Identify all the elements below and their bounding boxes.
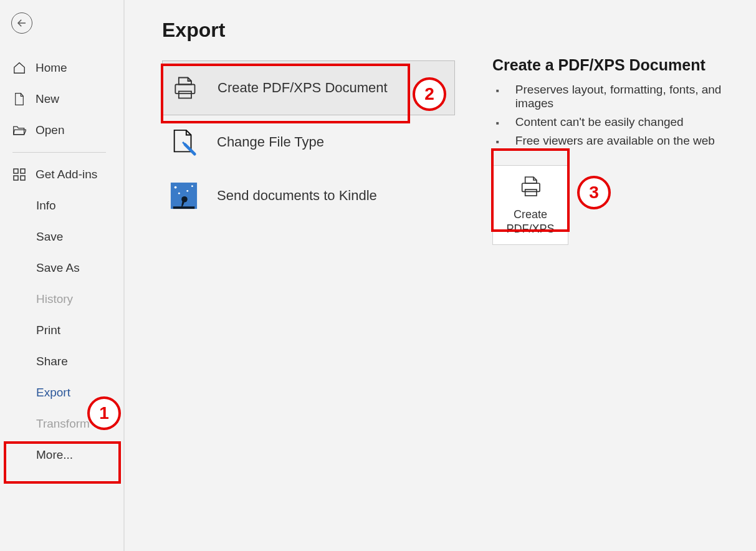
sidebar-item-export[interactable]: Export: [0, 377, 123, 408]
sidebar-label: Home: [36, 61, 67, 75]
addins-icon: [12, 168, 26, 181]
detail-bullet: Free viewers are available on the web: [492, 134, 756, 148]
sidebar-item-open[interactable]: Open: [0, 115, 123, 146]
sidebar-label: Open: [36, 123, 64, 137]
svg-point-8: [175, 186, 177, 189]
sidebar-item-save[interactable]: Save: [0, 221, 123, 252]
bullet-text: Preserves layout, formatting, fonts, and…: [515, 83, 756, 110]
bullet-text: Content can't be easily changed: [515, 115, 684, 129]
detail-bullet: Preserves layout, formatting, fonts, and…: [492, 83, 756, 110]
export-options-column: Export Create PDF/XPS Document: [162, 19, 474, 551]
sidebar-label: Share: [36, 355, 68, 368]
svg-rect-3: [14, 176, 18, 180]
svg-rect-6: [179, 92, 191, 98]
svg-rect-4: [21, 176, 25, 180]
sidebar-item-print[interactable]: Print: [0, 315, 123, 346]
sidebar-item-home[interactable]: Home: [0, 52, 123, 84]
action-label: Create PDF/XPS: [506, 208, 554, 237]
sidebar-label: Info: [36, 199, 56, 213]
bullet-text: Free viewers are available on the web: [515, 134, 715, 148]
annotation-callout-3: 3: [577, 176, 611, 209]
svg-rect-13: [173, 206, 195, 209]
option-label: Create PDF/XPS Document: [218, 80, 388, 96]
sidebar-label: History: [36, 292, 73, 306]
svg-point-10: [186, 190, 188, 192]
option-create-pdf-xps[interactable]: Create PDF/XPS Document: [162, 60, 455, 115]
sidebar-item-more[interactable]: More...: [0, 439, 123, 471]
sidebar-label: Get Add-ins: [36, 168, 97, 181]
svg-rect-15: [525, 189, 537, 196]
option-change-file-type[interactable]: Change File Type: [162, 115, 474, 169]
sidebar-label: Transform: [36, 417, 90, 431]
sidebar-label: Save As: [36, 261, 80, 275]
svg-point-9: [191, 185, 193, 187]
pdf-printer-icon: [518, 174, 543, 201]
sidebar-label: New: [36, 92, 59, 106]
new-icon: [12, 92, 26, 106]
detail-title: Create a PDF/XPS Document: [492, 56, 756, 74]
sidebar-label: Export: [36, 386, 70, 400]
svg-rect-1: [14, 169, 18, 173]
sidebar-item-history: History: [0, 284, 123, 315]
change-filetype-icon: [170, 128, 198, 156]
sidebar-item-share[interactable]: Share: [0, 346, 123, 377]
main-panel: Export Create PDF/XPS Document: [125, 0, 756, 551]
sidebar-divider: [12, 152, 106, 153]
back-button[interactable]: [11, 12, 32, 34]
backstage-sidebar: Home New Open Get A: [0, 0, 125, 551]
sidebar-item-saveas[interactable]: Save As: [0, 252, 123, 284]
option-label: Change File Type: [217, 134, 324, 150]
sidebar-label: Print: [36, 323, 60, 337]
svg-rect-2: [21, 169, 25, 173]
export-detail-column: Create a PDF/XPS Document Preserves layo…: [474, 19, 756, 551]
detail-bullet: Content can't be easily changed: [492, 115, 756, 129]
sidebar-label: Save: [36, 230, 63, 244]
option-send-to-kindle[interactable]: Send documents to Kindle: [162, 169, 474, 223]
sidebar-item-info[interactable]: Info: [0, 190, 123, 221]
detail-bullet-list: Preserves layout, formatting, fonts, and…: [492, 83, 756, 148]
open-icon: [12, 123, 26, 137]
sidebar-item-transform[interactable]: Transform: [0, 408, 123, 439]
svg-point-12: [181, 196, 188, 203]
home-icon: [12, 61, 26, 75]
sidebar-item-get-addins[interactable]: Get Add-ins: [0, 159, 123, 190]
kindle-icon: [170, 181, 198, 210]
sidebar-label: More...: [36, 448, 73, 462]
create-pdf-xps-button[interactable]: Create PDF/XPS: [492, 165, 568, 245]
back-arrow-icon: [16, 17, 27, 29]
page-title: Export: [162, 19, 474, 42]
option-label: Send documents to Kindle: [217, 188, 377, 204]
pdf-printer-icon: [170, 74, 199, 102]
sidebar-item-new[interactable]: New: [0, 84, 123, 115]
svg-point-11: [178, 193, 180, 194]
